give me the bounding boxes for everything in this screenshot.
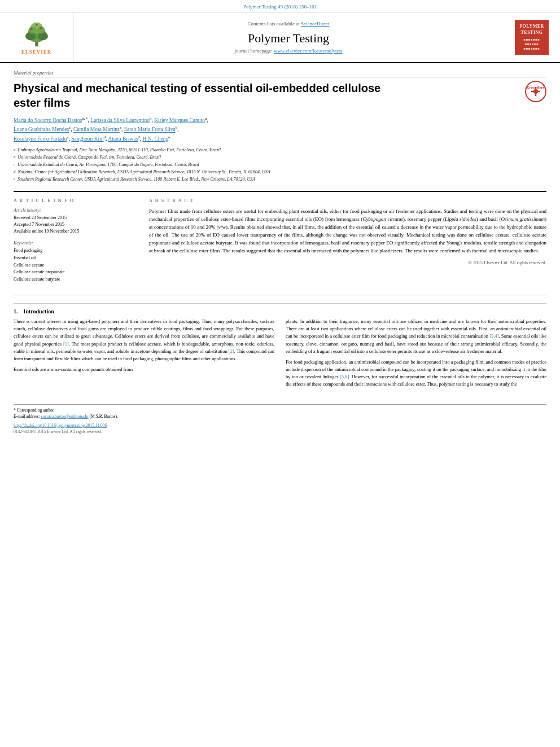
journal-header-right: POLYMER TESTING ■■■■■■■■■■■■■■■■■■■■ [504,12,560,62]
keyword-3: Cellulose acetate [14,262,138,269]
page: Polymer Testing 49 (2016) 156–161 [0,0,560,747]
intro-number: 1. [14,308,18,314]
elsevier-name: ELSEVIER [21,49,52,55]
keywords-section: Keywords: Food packaging Essential oil C… [14,241,138,283]
keywords-list: Food packaging Essential oil Cellulose a… [14,247,138,283]
intro-right-col: plants. In addition to their fragrance, … [286,318,546,392]
author-9[interactable]: Atanu Biswas [108,136,138,142]
footer-rule [14,404,546,405]
affiliations: a Embrapa Agroindústria Tropical, Dra. S… [14,147,546,183]
intro-para-4: For food packaging application, an antim… [286,359,546,388]
keyword-5: Cellulose acetate butyrate [14,276,138,283]
author-8[interactable]: Sanghoon Kim [71,136,103,142]
keyword-4: Cellulose acetate propionate [14,269,138,276]
journal-reference: Polymer Testing 49 (2016) 156–161 [243,4,317,10]
intro-left-col: There is current interest in using agri-… [14,318,274,392]
section-label: Material properties [14,70,546,77]
affil-e-text: Southern Regional Research Center, USDA … [18,176,255,183]
badge-line1: POLYMER [519,24,544,29]
affil-b-sup: b [14,154,16,161]
svg-point-9 [36,24,38,26]
homepage-line: journal homepage: www.elsevier.com/locat… [235,48,343,54]
svg-point-7 [30,28,33,30]
badge-line2: TESTING [520,30,542,35]
svg-point-5 [28,27,37,34]
article-info-abstract: A R T I C L E I N F O Article history: R… [14,191,546,289]
journal-header-center: Contents lists available at ScienceDirec… [73,12,504,62]
affil-c-text: Universidade Estadual do Ceará, Av. Para… [18,161,199,168]
article-info-title: A R T I C L E I N F O [14,198,138,203]
elsevier-tree-icon [20,20,54,48]
affil-d-text: National Center for Agricultural Utiliza… [18,169,270,176]
author-10[interactable]: H.N. Cheng [143,136,169,142]
affil-a: a Embrapa Agroindústria Tropical, Dra. S… [14,147,546,154]
affil-a-text: Embrapa Agroindústria Tropical, Dra. Sar… [18,147,221,154]
abstract-title: A B S T R A C T [149,198,546,203]
science-direct-line: Contents lists available at ScienceDirec… [248,21,330,27]
keywords-label: Keywords: [14,241,138,246]
authors-line: Maria do Socorro Rocha Bastosa, *, Laris… [14,116,546,143]
svg-point-14 [533,89,538,94]
polymer-testing-badge: POLYMER TESTING ■■■■■■■■■■■■■■■■■■■■ [515,20,549,55]
article-info-col: A R T I C L E I N F O Article history: R… [14,198,138,289]
keyword-2: Essential oil [14,255,138,262]
affil-e-sup: e [14,176,15,183]
affil-c-sup: c [14,161,15,168]
section-separator [14,295,546,295]
author-6[interactable]: Sarah Maria Frota Silva [124,127,176,133]
svg-point-8 [40,27,42,29]
author-5[interactable]: Camila Mota Martins [73,127,120,133]
contents-text: Contents lists available at [248,21,300,27]
affil-d-sup: d [14,169,16,176]
copyright-line: © 2015 Elsevier Ltd. All rights reserved… [149,260,546,265]
email-label: E-mail address: [14,414,40,419]
crossmark-icon: CrossMark [525,81,546,102]
top-bar: Polymer Testing 49 (2016) 156–161 [0,0,560,12]
history-label: Article history: [14,208,138,213]
author-4[interactable]: Luana Guabiraba Mendes [14,127,69,133]
accepted-date: Accepted 7 November 2015 [14,221,138,228]
intro-para-1: There is current interest in using agri-… [14,318,274,362]
author-2[interactable]: Larissa da Silva Laurentino [90,117,150,123]
article-title: Physical and mechanical testing of essen… [14,81,397,110]
doi-link[interactable]: http://dx.doi.org/10.1016/j.polymertesti… [14,423,107,428]
author-7[interactable]: Roselayne Ferro Furtado [14,136,67,142]
affil-c: c Universidade Estadual do Ceará, Av. Pa… [14,161,546,168]
author-1[interactable]: Maria do Socorro Rocha Bastos [14,117,82,123]
science-direct-link[interactable]: ScienceDirect [301,21,329,27]
footer-email-link[interactable]: socorro.bastos@embrapa.br [41,414,89,419]
intro-heading: 1. Introduction [14,308,546,314]
email-suffix: (M.S.R. Bastos). [90,414,118,419]
affil-a-sup: a [14,147,16,154]
affil-e: e Southern Regional Research Center, USD… [14,176,546,183]
available-date: Available online 19 November 2015 [14,228,138,235]
journal-title: Polymer Testing [248,31,329,46]
svg-point-11 [44,33,46,35]
svg-point-10 [28,33,29,35]
intro-two-col: There is current interest in using agri-… [14,318,546,392]
elsevier-logo-section: ELSEVIER [0,12,73,62]
abstract-col: A B S T R A C T Polymer films made from … [149,198,546,289]
badge-small-text: ■■■■■■■■■■■■■■■■■■■■ [519,38,544,51]
received-date: Received 23 September 2015 [14,215,138,221]
corresponding-note: * Corresponding author. [14,408,55,413]
intro-para-2: Essential oils are aroma-containing comp… [14,366,274,373]
keyword-1: Food packaging [14,247,138,255]
homepage-text: journal homepage: [235,48,273,54]
article-content: Material properties CrossMark Physical a… [0,63,560,399]
footer-doi[interactable]: http://dx.doi.org/10.1016/j.polymertesti… [0,422,560,429]
intro-title: Introduction [24,308,54,314]
homepage-link[interactable]: www.elsevier.com/locate/polytest [274,48,342,54]
affil-b: b Universidade Federal do Ceará, Campus … [14,154,546,161]
footer-issn: 0142-9418/© 2015 Elsevier Ltd. All right… [0,429,560,439]
elsevier-logo: ELSEVIER [20,20,54,55]
journal-header: ELSEVIER Contents lists available at Sci… [0,12,560,63]
crossmark-container: CrossMark [525,81,546,103]
abstract-text: Polymer films made from cellulose esters… [149,208,546,255]
affil-b-text: Universidade Federal do Ceará, Campus do… [18,154,161,161]
introduction-section: 1. Introduction There is current interes… [14,303,546,392]
footer-note: * Corresponding author. E-mail address: … [0,407,560,422]
affil-d: d National Center for Agricultural Utili… [14,169,546,176]
article-history: Article history: Received 23 September 2… [14,208,138,235]
author-3[interactable]: Kirley Marques Canuto [154,117,205,123]
